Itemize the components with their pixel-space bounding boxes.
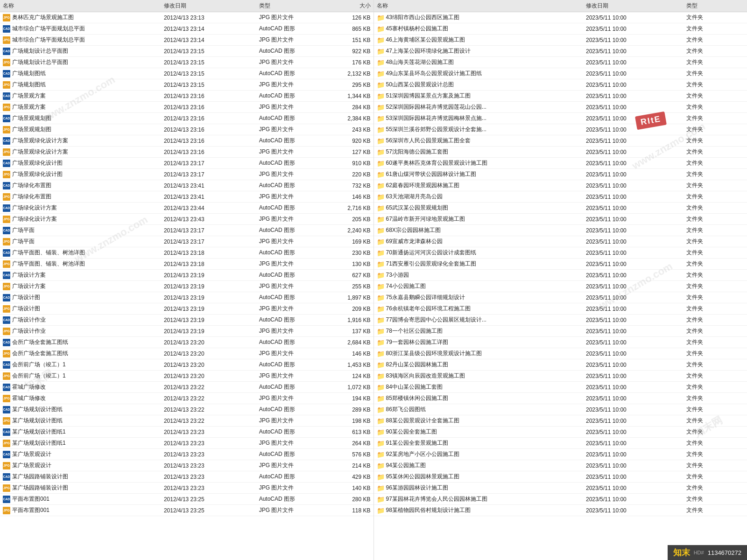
right-table-row[interactable]: 📁67温岭市新开河绿地景观施工图2023/5/11 10:00文件夹: [374, 214, 747, 225]
right-table-row[interactable]: 📁51深圳园博园某景点方案及施工图2023/5/11 10:00文件夹: [374, 91, 747, 102]
right-table-row[interactable]: 📁50山西某公园景观设计总图2023/5/11 10:00文件夹: [374, 79, 747, 91]
right-table-row[interactable]: 📁48山海关莲花湖公园施工图2023/5/11 10:00文件夹: [374, 57, 747, 68]
right-table-row[interactable]: 📁65武汉某公园景观规划图2023/5/11 10:00文件夹: [374, 203, 747, 214]
right-table-row[interactable]: 📁52深圳国际园林花卉博览园莲花山公园...2023/5/11 10:00文件夹: [374, 102, 747, 113]
right-table-row[interactable]: 📁97某园林花卉博览会人民公园园林施工图2023/5/11 10:00文件夹: [374, 494, 747, 505]
left-table-row[interactable]: JPG会所前广场（竣工）12012/4/13 23:20JPG 图片文件124 …: [0, 371, 374, 382]
left-table-row[interactable]: JPG广场景观方案2012/4/13 23:16JPG 图片文件284 KB: [0, 102, 374, 113]
right-table-row[interactable]: 📁79一套园林公园施工详图2023/5/11 10:00文件夹: [374, 337, 747, 348]
left-table-row[interactable]: CAD某广场园路铺装设计图2012/4/13 23:23AutoCAD 图形42…: [0, 471, 374, 483]
right-table-row[interactable]: 📁70新通扬运河河滨公园设计成套图纸2023/5/11 10:00文件夹: [374, 247, 747, 259]
left-file-date: 2012/4/13 23:15: [161, 79, 256, 91]
left-table-row[interactable]: CAD广场平面图、铺装、树池详图2012/4/13 23:18AutoCAD 图…: [0, 247, 374, 259]
left-table-row[interactable]: CAD广场规划设计总平面图2012/4/13 23:15AutoCAD 图形92…: [0, 46, 374, 57]
right-folder-type: 文件夹: [684, 79, 747, 91]
right-table-row[interactable]: 📁96某游园园林设计施工图2023/5/11 10:00文件夹: [374, 483, 747, 494]
right-table-row[interactable]: 📁91某公园全套景观施工图2023/5/11 10:00文件夹: [374, 438, 747, 449]
left-table-row[interactable]: JPG广场设计方案2012/4/13 23:19JPG 图片文件255 KB: [0, 281, 374, 292]
left-table-row[interactable]: CAD广场景观方案2012/4/13 23:16AutoCAD 图形1,344 …: [0, 91, 374, 102]
left-table-row[interactable]: CAD会所广场全套施工图纸2012/4/13 23:20AutoCAD 图形2,…: [0, 337, 374, 348]
right-table-row[interactable]: 📁55深圳兰溪谷郊野公园景观设计全套施...2023/5/11 10:00文件夹: [374, 124, 747, 135]
folder-icon: 📁: [377, 305, 384, 313]
right-table-row[interactable]: 📁49山东某县环岛公园景观设计施工图纸2023/5/11 10:00文件夹: [374, 68, 747, 79]
left-file-date: 2012/4/13 23:22: [161, 393, 256, 404]
left-table-row[interactable]: JPG奥林匹克广场景观施工图2012/4/13 23:13JPG 图片文件126…: [0, 12, 374, 23]
left-table-row[interactable]: CAD城市综合广场平面规划总平面2012/4/13 23:14AutoCAD 图…: [0, 23, 374, 35]
left-table-row[interactable]: JPG广场规划图纸2012/4/13 23:15JPG 图片文件295 KB: [0, 79, 374, 91]
left-table-row[interactable]: JPG广场平面图、铺装、树池详图2012/4/13 23:18JPG 图片文件1…: [0, 259, 374, 270]
jpg-icon: JPG: [3, 395, 10, 402]
left-table-row[interactable]: CAD广场绿化布置图2012/4/13 23:41AutoCAD 图形732 K…: [0, 180, 374, 191]
right-table-row[interactable]: 📁43绵阳市西山公园西区施工图2023/5/11 10:00文件夹: [374, 12, 747, 23]
right-table-row[interactable]: 📁62庭春园环境景观园林施工图2023/5/11 10:00文件夹: [374, 180, 747, 191]
left-table-row[interactable]: CAD霍城广场修改2012/4/13 23:22AutoCAD 图形1,072 …: [0, 382, 374, 393]
folder-icon: 📁: [377, 473, 384, 481]
right-table-row[interactable]: 📁71西安雁引公园景观绿化全套施工图2023/5/11 10:00文件夹: [374, 259, 747, 270]
left-table-row[interactable]: JPG广场规划设计总平面图2012/4/13 23:15JPG 图片文件176 …: [0, 57, 374, 68]
right-table-row[interactable]: 📁90某公园全套施工图2023/5/11 10:00文件夹: [374, 427, 747, 438]
left-table-row[interactable]: JPG某广场规划设计图纸12012/4/13 23:23JPG 图片文件264 …: [0, 438, 374, 449]
left-table-row[interactable]: CAD某广场规划设计图纸12012/4/13 23:23AutoCAD 图形61…: [0, 427, 374, 438]
right-table-row[interactable]: 📁69宣威市龙津森林公园2023/5/11 10:00文件夹: [374, 236, 747, 247]
right-table-row[interactable]: 📁77园博会寄思园中心公园展区规划设计...2023/5/11 10:00文件夹: [374, 315, 747, 326]
right-table-row[interactable]: 📁63天池湖湖月亮岛公园2023/5/11 10:00文件夹: [374, 191, 747, 203]
right-table-row[interactable]: 📁74小公园施工图2023/5/11 10:00文件夹: [374, 281, 747, 292]
left-table-row[interactable]: JPG某广场景观设计2012/4/13 23:23JPG 图片文件214 KB: [0, 460, 374, 471]
left-table-row[interactable]: CAD广场景观规划图2012/4/13 23:16AutoCAD 图形2,384…: [0, 113, 374, 124]
right-table-row[interactable]: 📁68X宗公园园林施工图2023/5/11 10:00文件夹: [374, 225, 747, 236]
left-file-name: JPG广场设计作业: [0, 326, 161, 337]
left-file-name: CAD某广场规划设计图纸: [0, 404, 161, 415]
right-table-row[interactable]: 📁57沈阳海德公园施工套图2023/5/11 10:00文件夹: [374, 147, 747, 158]
right-table-row[interactable]: 📁98某植物园民俗村规划设计施工图2023/5/11 10:00文件夹: [374, 505, 747, 516]
right-table-row[interactable]: 📁94某公园施工图2023/5/11 10:00文件夹: [374, 460, 747, 471]
left-table-row[interactable]: JPG广场绿化布置图2012/4/13 23:41JPG 图片文件146 KB: [0, 191, 374, 203]
right-table-row[interactable]: 📁80浙江某县级公园环境景观设计施工图2023/5/11 10:00文件夹: [374, 348, 747, 359]
right-table-row[interactable]: 📁86郑飞公园图纸2023/5/11 10:00文件夹: [374, 404, 747, 415]
right-table-row[interactable]: 📁92某房地产小区小公园施工图2023/5/11 10:00文件夹: [374, 449, 747, 460]
left-table-row[interactable]: CAD广场景观绿化设计方案2012/4/13 23:16AutoCAD 图形92…: [0, 135, 374, 147]
left-table-row[interactable]: JPG广场平面2012/4/13 23:17JPG 图片文件169 KB: [0, 236, 374, 247]
left-table-row[interactable]: JPG广场设计图2012/4/13 23:19JPG 图片文件209 KB: [0, 303, 374, 315]
right-table-row[interactable]: 📁56深圳市人民公园景观施工图全套2023/5/11 10:00文件夹: [374, 135, 747, 147]
right-table-row[interactable]: 📁53深圳国际园林花卉博览园梅林景点施...2023/5/11 10:00文件夹: [374, 113, 747, 124]
left-table-row[interactable]: CAD某广场规划设计图纸2012/4/13 23:22AutoCAD 图形289…: [0, 404, 374, 415]
left-table-row[interactable]: JPG会所广场全套施工图纸2012/4/13 23:20JPG 图片文件146 …: [0, 348, 374, 359]
right-table-row[interactable]: 📁60遂平奥林匹克体育公园景观设计施工图2023/5/11 10:00文件夹: [374, 158, 747, 169]
left-table-row[interactable]: CAD广场设计方案2012/4/13 23:19AutoCAD 图形627 KB: [0, 270, 374, 281]
right-table-row[interactable]: 📁83镇海区向辰园改造景观施工图2023/5/11 10:00文件夹: [374, 371, 747, 382]
right-table-row[interactable]: 📁82丹山某公园园林施工图2023/5/11 10:00文件夹: [374, 359, 747, 371]
left-table-row[interactable]: CAD会所前广场（竣工）12012/4/13 23:20AutoCAD 图形1,…: [0, 359, 374, 371]
left-table-row[interactable]: JPG某广场规划设计图纸2012/4/13 23:22JPG 图片文件198 K…: [0, 415, 374, 427]
right-table-row[interactable]: 📁78一个社区公园施工图2023/5/11 10:00文件夹: [374, 326, 747, 337]
right-table-row[interactable]: 📁73小游园2023/5/11 10:00文件夹: [374, 270, 747, 281]
left-table-row[interactable]: CAD广场平面2012/4/13 23:17AutoCAD 图形2,240 KB: [0, 225, 374, 236]
left-table-row[interactable]: CAD广场绿化设计方案2012/4/13 23:44AutoCAD 图形2,71…: [0, 203, 374, 214]
right-folder-name: 📁98某植物园民俗村规划设计施工图: [374, 505, 584, 516]
left-table-row[interactable]: JPG城市综合广场平面规划总平面2012/4/13 23:14JPG 图片文件1…: [0, 35, 374, 46]
left-table-row[interactable]: JPG广场绿化设计方案2012/4/13 23:43JPG 图片文件205 KB: [0, 214, 374, 225]
left-table-row[interactable]: CAD某广场景观设计2012/4/13 23:23AutoCAD 图形576 K…: [0, 449, 374, 460]
left-table-row[interactable]: CAD广场规划图纸2012/4/13 23:15AutoCAD 图形2,132 …: [0, 68, 374, 79]
left-table-row[interactable]: JPG广场设计作业2012/4/13 23:19JPG 图片文件137 KB: [0, 326, 374, 337]
left-table-row[interactable]: CAD广场景观绿化设计图2012/4/13 23:17AutoCAD 图形910…: [0, 158, 374, 169]
left-table-row[interactable]: CAD广场设计作业2012/4/13 23:19AutoCAD 图形1,916 …: [0, 315, 374, 326]
left-table-row[interactable]: JPG霍城广场修改2012/4/13 23:22JPG 图片文件194 KB: [0, 393, 374, 404]
left-table-row[interactable]: JPG某广场园路铺装设计图2012/4/13 23:23JPG 图片文件140 …: [0, 483, 374, 494]
right-table-row[interactable]: 📁45寨村镇杨村公园施工图2023/5/11 10:00文件夹: [374, 23, 747, 35]
left-table-row[interactable]: CAD平面布置图0012012/4/13 23:25AutoCAD 图形280 …: [0, 494, 374, 505]
right-table-row[interactable]: 📁84中山某公园施工套图2023/5/11 10:00文件夹: [374, 382, 747, 393]
left-table-row[interactable]: JPG广场景观绿化设计图2012/4/13 23:17JPG 图片文件220 K…: [0, 169, 374, 180]
left-table-row[interactable]: JPG平面布置图0012012/4/13 23:25JPG 图片文件118 KB: [0, 505, 374, 516]
right-table-row[interactable]: 📁47上海某公园环境绿化施工图设计2023/5/11 10:00文件夹: [374, 46, 747, 57]
right-table-row[interactable]: 📁76余杭镇老年公园环境工程施工图2023/5/11 10:00文件夹: [374, 303, 747, 315]
cad-icon: CAD: [3, 227, 10, 234]
right-table-row[interactable]: 📁46上海黄埔区某公园景观施工图2023/5/11 10:00文件夹: [374, 35, 747, 46]
right-table-row[interactable]: 📁85郑楼镇休闲公园施工图2023/5/11 10:00文件夹: [374, 393, 747, 404]
right-table-row[interactable]: 📁95某休闲公园园林景观施工图2023/5/11 10:00文件夹: [374, 471, 747, 483]
right-table-row[interactable]: 📁61唐山煤河带状公园园林设计施工图2023/5/11 10:00文件夹: [374, 169, 747, 180]
left-table-row[interactable]: JPG广场景观规划图2012/4/13 23:16JPG 图片文件243 KB: [0, 124, 374, 135]
left-table-row[interactable]: JPG广场景观绿化设计方案2012/4/13 23:16JPG 图片文件127 …: [0, 147, 374, 158]
right-table-row[interactable]: 📁88某公园景观设计全套施工图2023/5/11 10:00文件夹: [374, 415, 747, 427]
left-table-row[interactable]: CAD广场设计图2012/4/13 23:19AutoCAD 图形1,897 K…: [0, 292, 374, 303]
right-table-row[interactable]: 📁75永嘉县鹅瞬公园详细规划设计2023/5/11 10:00文件夹: [374, 292, 747, 303]
